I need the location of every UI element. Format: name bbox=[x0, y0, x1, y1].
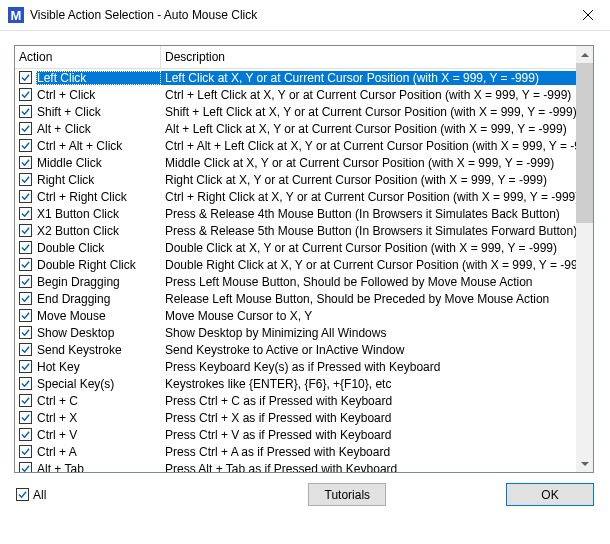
action-cell: Shift + Click bbox=[36, 105, 161, 119]
row-checkbox[interactable] bbox=[19, 156, 32, 169]
list-row[interactable]: Right ClickRight Click at X, Y or at Cur… bbox=[15, 171, 576, 188]
row-checkbox[interactable] bbox=[19, 258, 32, 271]
description-cell: Right Click at X, Y or at Current Cursor… bbox=[161, 173, 576, 187]
checkbox-cell bbox=[15, 292, 36, 305]
action-cell: Alt + Click bbox=[36, 122, 161, 136]
checkbox-cell bbox=[15, 428, 36, 441]
checkbox-cell bbox=[15, 88, 36, 101]
row-checkbox[interactable] bbox=[19, 445, 32, 458]
list-row[interactable]: Hot KeyPress Keyboard Key(s) as if Press… bbox=[15, 358, 576, 375]
scroll-down-button[interactable] bbox=[576, 455, 593, 472]
checkbox-cell bbox=[15, 241, 36, 254]
list-row[interactable]: Alt + TabPress Alt + Tab as if Pressed w… bbox=[15, 460, 576, 472]
description-cell: Press & Release 5th Mouse Button (In Bro… bbox=[161, 224, 576, 238]
ok-button[interactable]: OK bbox=[506, 483, 594, 506]
list-row[interactable]: Shift + ClickShift + Left Click at X, Y … bbox=[15, 103, 576, 120]
checkbox-cell bbox=[15, 445, 36, 458]
tutorials-button[interactable]: Tutorials bbox=[308, 483, 386, 506]
action-cell: Ctrl + A bbox=[36, 445, 161, 459]
row-checkbox[interactable] bbox=[19, 139, 32, 152]
action-cell: Special Key(s) bbox=[36, 377, 161, 391]
row-checkbox[interactable] bbox=[19, 122, 32, 135]
list-row[interactable]: Ctrl + Right ClickCtrl + Right Click at … bbox=[15, 188, 576, 205]
checkbox-cell bbox=[15, 71, 36, 84]
row-checkbox[interactable] bbox=[19, 462, 32, 472]
list-row[interactable]: Special Key(s)Keystrokes like {ENTER}, {… bbox=[15, 375, 576, 392]
description-cell: Ctrl + Alt + Left Click at X, Y or at Cu… bbox=[161, 139, 576, 153]
list-row[interactable]: Ctrl + CPress Ctrl + C as if Pressed wit… bbox=[15, 392, 576, 409]
action-cell: Left Click bbox=[36, 71, 161, 85]
titlebar: M Visible Action Selection - Auto Mouse … bbox=[0, 0, 610, 31]
row-checkbox[interactable] bbox=[19, 360, 32, 373]
row-checkbox[interactable] bbox=[19, 241, 32, 254]
row-checkbox[interactable] bbox=[19, 394, 32, 407]
list-row[interactable]: X2 Button ClickPress & Release 5th Mouse… bbox=[15, 222, 576, 239]
action-cell: Right Click bbox=[36, 173, 161, 187]
description-cell: Double Right Click at X, Y or at Current… bbox=[161, 258, 576, 272]
list-row[interactable]: End DraggingRelease Left Mouse Button, S… bbox=[15, 290, 576, 307]
list-row[interactable]: Move MouseMove Mouse Cursor to X, Y bbox=[15, 307, 576, 324]
list-row[interactable]: Left ClickLeft Click at X, Y or at Curre… bbox=[15, 69, 576, 86]
description-cell: Middle Click at X, Y or at Current Curso… bbox=[161, 156, 576, 170]
scroll-up-button[interactable] bbox=[576, 46, 593, 63]
footer-row: All Tutorials OK bbox=[14, 483, 596, 506]
all-checkbox-container[interactable]: All bbox=[16, 488, 46, 502]
description-cell: Press Ctrl + C as if Pressed with Keyboa… bbox=[161, 394, 576, 408]
action-cell: Alt + Tab bbox=[36, 462, 161, 473]
action-cell: Double Right Click bbox=[36, 258, 161, 272]
checkbox-cell bbox=[15, 360, 36, 373]
row-checkbox[interactable] bbox=[19, 224, 32, 237]
checkbox-cell bbox=[15, 105, 36, 118]
row-checkbox[interactable] bbox=[19, 377, 32, 390]
chevron-up-icon bbox=[581, 51, 589, 59]
action-cell: Hot Key bbox=[36, 360, 161, 374]
action-cell: Send Keystroke bbox=[36, 343, 161, 357]
list-row[interactable]: Ctrl + VPress Ctrl + V as if Pressed wit… bbox=[15, 426, 576, 443]
description-cell: Press & Release 4th Mouse Button (In Bro… bbox=[161, 207, 576, 221]
row-checkbox[interactable] bbox=[19, 275, 32, 288]
checkbox-cell bbox=[15, 462, 36, 472]
list-row[interactable]: Show DesktopShow Desktop by Minimizing A… bbox=[15, 324, 576, 341]
row-checkbox[interactable] bbox=[19, 309, 32, 322]
row-checkbox[interactable] bbox=[19, 343, 32, 356]
row-checkbox[interactable] bbox=[19, 326, 32, 339]
row-checkbox[interactable] bbox=[19, 105, 32, 118]
list-header: Action Description bbox=[15, 46, 593, 69]
list-row[interactable]: Ctrl + APress Ctrl + A as if Pressed wit… bbox=[15, 443, 576, 460]
row-checkbox[interactable] bbox=[19, 207, 32, 220]
action-cell: End Dragging bbox=[36, 292, 161, 306]
list-row[interactable]: Alt + ClickAlt + Left Click at X, Y or a… bbox=[15, 120, 576, 137]
list-row[interactable]: Double ClickDouble Click at X, Y or at C… bbox=[15, 239, 576, 256]
close-button[interactable] bbox=[565, 0, 610, 31]
checkbox-cell bbox=[15, 258, 36, 271]
description-cell: Ctrl + Left Click at X, Y or at Current … bbox=[161, 88, 576, 102]
list-row[interactable]: Send KeystrokeSend Keystroke to Active o… bbox=[15, 341, 576, 358]
row-checkbox[interactable] bbox=[19, 411, 32, 424]
scroll-thumb[interactable] bbox=[576, 63, 593, 223]
list-row[interactable]: Double Right ClickDouble Right Click at … bbox=[15, 256, 576, 273]
list-body: Left ClickLeft Click at X, Y or at Curre… bbox=[15, 69, 576, 472]
chevron-down-icon bbox=[581, 460, 589, 468]
description-cell: Alt + Left Click at X, Y or at Current C… bbox=[161, 122, 576, 136]
action-cell: Double Click bbox=[36, 241, 161, 255]
description-cell: Show Desktop by Minimizing All Windows bbox=[161, 326, 576, 340]
list-row[interactable]: Ctrl + XPress Ctrl + X as if Pressed wit… bbox=[15, 409, 576, 426]
header-description[interactable]: Description bbox=[161, 46, 593, 68]
row-checkbox[interactable] bbox=[19, 292, 32, 305]
list-row[interactable]: Middle ClickMiddle Click at X, Y or at C… bbox=[15, 154, 576, 171]
all-checkbox[interactable] bbox=[16, 488, 29, 501]
row-checkbox[interactable] bbox=[19, 71, 32, 84]
row-checkbox[interactable] bbox=[19, 428, 32, 441]
list-row[interactable]: X1 Button ClickPress & Release 4th Mouse… bbox=[15, 205, 576, 222]
list-row[interactable]: Ctrl + Alt + ClickCtrl + Alt + Left Clic… bbox=[15, 137, 576, 154]
row-checkbox[interactable] bbox=[19, 190, 32, 203]
list-row[interactable]: Ctrl + ClickCtrl + Left Click at X, Y or… bbox=[15, 86, 576, 103]
action-cell: Move Mouse bbox=[36, 309, 161, 323]
vertical-scrollbar[interactable] bbox=[576, 46, 593, 472]
action-cell: Middle Click bbox=[36, 156, 161, 170]
list-row[interactable]: Begin DraggingPress Left Mouse Button, S… bbox=[15, 273, 576, 290]
row-checkbox[interactable] bbox=[19, 88, 32, 101]
header-action[interactable]: Action bbox=[15, 46, 161, 68]
row-checkbox[interactable] bbox=[19, 173, 32, 186]
description-cell: Ctrl + Right Click at X, Y or at Current… bbox=[161, 190, 576, 204]
